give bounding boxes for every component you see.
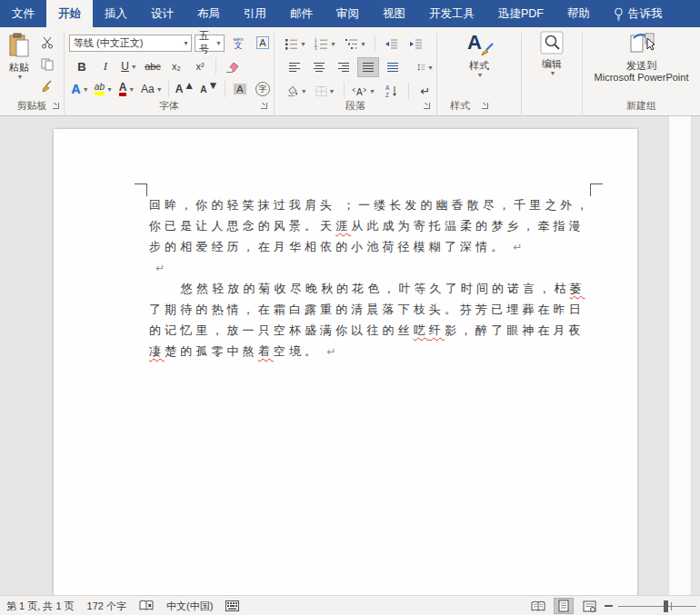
web-layout-button[interactable] [579, 598, 599, 614]
misspelled-text: 萎 [570, 282, 585, 295]
zoom-out-button[interactable] [605, 605, 613, 607]
line-spacing-button[interactable]: ▼ [415, 57, 436, 77]
align-left-button[interactable] [284, 57, 305, 77]
superscript-button[interactable]: x² [189, 56, 211, 76]
enclose-characters-button[interactable]: 字 [252, 79, 274, 99]
bullets-button[interactable]: ▼ [282, 34, 309, 54]
tab-home[interactable]: 开始 [46, 0, 93, 27]
print-layout-button[interactable] [554, 598, 574, 614]
word-count[interactable]: 172 个字 [87, 600, 126, 613]
decrease-indent-icon [385, 38, 398, 50]
grow-font-button[interactable]: A▲ [173, 79, 197, 99]
tab-design[interactable]: 设计 [139, 0, 185, 27]
misspelled-text: 凄 [149, 344, 165, 358]
ribbon: 粘贴 ▼ 剪贴板 [0, 27, 700, 116]
vertical-scrollbar[interactable] [668, 116, 692, 595]
underline-button[interactable]: U▼ [118, 56, 140, 76]
align-right-icon [337, 62, 350, 73]
svg-text:A: A [357, 86, 364, 96]
text-run: 空境。 [274, 344, 320, 358]
styles-dialog-launcher[interactable] [481, 102, 490, 111]
text-highlight-button[interactable]: ab▼ [92, 79, 115, 99]
clipboard-dialog-launcher[interactable] [52, 102, 61, 111]
tab-mailings[interactable]: 邮件 [278, 0, 325, 27]
tab-insert[interactable]: 插入 [93, 0, 139, 27]
text-run: 你已是让人思念的风景。天 [149, 219, 335, 233]
paste-icon [8, 33, 30, 58]
ribbon-tabs: 文件开始插入设计布局引用邮件审阅视图开发工具迅捷PDF帮助告诉我 [0, 0, 700, 27]
tab-label: 文件 [12, 6, 35, 22]
document-page[interactable]: 回眸，你的轻笑抹过我肩头 ；一缕长发的幽香散尽，千里之外，你已是让人思念的风景。… [54, 129, 637, 595]
tab-label: 帮助 [567, 6, 590, 22]
character-border-button[interactable]: A [252, 33, 274, 53]
eraser-icon [225, 61, 239, 73]
tab-file[interactable]: 文件 [0, 0, 46, 27]
align-right-button[interactable] [333, 57, 355, 77]
tab-label: 迅捷PDF [498, 6, 544, 22]
tab-tellme[interactable]: 告诉我 [602, 0, 675, 27]
justify-icon [362, 62, 375, 73]
format-painter-icon [41, 80, 54, 93]
copy-icon [41, 58, 54, 71]
justify-button[interactable] [357, 57, 379, 77]
strikethrough-button[interactable]: abc [142, 56, 164, 76]
copy-button[interactable] [36, 55, 58, 74]
font-dialog-launcher[interactable] [260, 102, 269, 111]
paragraph-mark: ↵ [513, 241, 522, 253]
web-layout-icon [583, 600, 596, 612]
cut-button[interactable] [36, 33, 58, 53]
decrease-indent-button[interactable] [381, 34, 403, 54]
format-painter-button[interactable] [36, 76, 58, 96]
tab-help[interactable]: 帮助 [555, 0, 602, 27]
character-shading-button[interactable]: A [229, 79, 251, 99]
font-size-combo[interactable]: 五号▼ [195, 35, 225, 52]
text-effects-button[interactable]: A▼ [69, 79, 91, 99]
paragraph-mark: ↵ [326, 345, 335, 358]
italic-button[interactable]: I [95, 56, 116, 76]
subscript-button[interactable]: x₂ [165, 56, 187, 76]
proofing-status[interactable] [139, 600, 154, 612]
tab-pdf[interactable]: 迅捷PDF [486, 0, 555, 27]
tab-review[interactable]: 审阅 [325, 0, 371, 27]
change-case-button[interactable]: Aa▼ [138, 79, 165, 99]
bold-button[interactable]: B [71, 56, 93, 76]
text-run: 楚的孤零中熬 [165, 344, 258, 358]
zoom-slider[interactable] [618, 598, 696, 614]
paragraph-mark-icon: ↵ [421, 84, 431, 98]
read-mode-button[interactable] [528, 598, 548, 614]
editing-button[interactable]: 编辑 ▼ [522, 27, 582, 111]
tab-label: 布局 [197, 6, 220, 22]
tab-layout[interactable]: 布局 [185, 0, 232, 27]
numbering-button[interactable]: 1 2 3 ▼ [312, 34, 339, 54]
align-center-button[interactable] [308, 57, 330, 77]
editing-group: 编辑 ▼ [522, 27, 582, 114]
multilevel-list-button[interactable]: ▼ [342, 34, 369, 54]
tab-developer[interactable]: 开发工具 [417, 0, 486, 27]
font-name-combo[interactable]: 等线 (中文正文)▼ [69, 35, 192, 52]
font-color-button[interactable]: A▼ [115, 79, 137, 99]
phonetic-guide-button[interactable]: wén 文 [227, 33, 249, 53]
page-indicator[interactable]: 第 1 页, 共 1 页 [6, 600, 75, 613]
font-size-value: 五号 [199, 29, 215, 56]
tab-label: 插入 [105, 6, 127, 22]
distributed-button[interactable] [382, 57, 404, 77]
text-run: 悠然轻放的菊收尽晚秋的花色，叶等久了时间的诺言，枯 [181, 282, 570, 295]
align-left-icon [288, 62, 301, 73]
tab-label: 审阅 [336, 6, 359, 22]
input-method-status[interactable] [225, 600, 239, 611]
language-status[interactable]: 中文(中国) [166, 600, 213, 613]
text-run: 从此成为寄托温柔的梦乡，牵指漫 [351, 219, 585, 233]
asian-layout-icon: A [352, 85, 367, 97]
read-mode-icon [531, 600, 545, 612]
clear-formatting-button[interactable] [221, 56, 243, 76]
increase-indent-icon [409, 38, 423, 50]
font-group: 等线 (中文正文)▼ 五号▼ wén 文 A B I U▼ abc x₂ [65, 27, 274, 114]
tab-references[interactable]: 引用 [232, 0, 278, 27]
document-text-line: 步的相爱经历，在月华相依的小池荷径模糊了深情。↵ [149, 236, 596, 257]
tab-view[interactable]: 视图 [371, 0, 417, 27]
shrink-font-button[interactable]: A▼ [198, 79, 221, 99]
word-window: 文件开始插入设计布局引用邮件审阅视图开发工具迅捷PDF帮助告诉我 粘贴 ▼ [0, 0, 700, 615]
increase-indent-button[interactable] [405, 34, 427, 54]
zoom-slider-thumb[interactable] [664, 600, 668, 612]
paragraph-dialog-launcher[interactable] [423, 102, 432, 111]
